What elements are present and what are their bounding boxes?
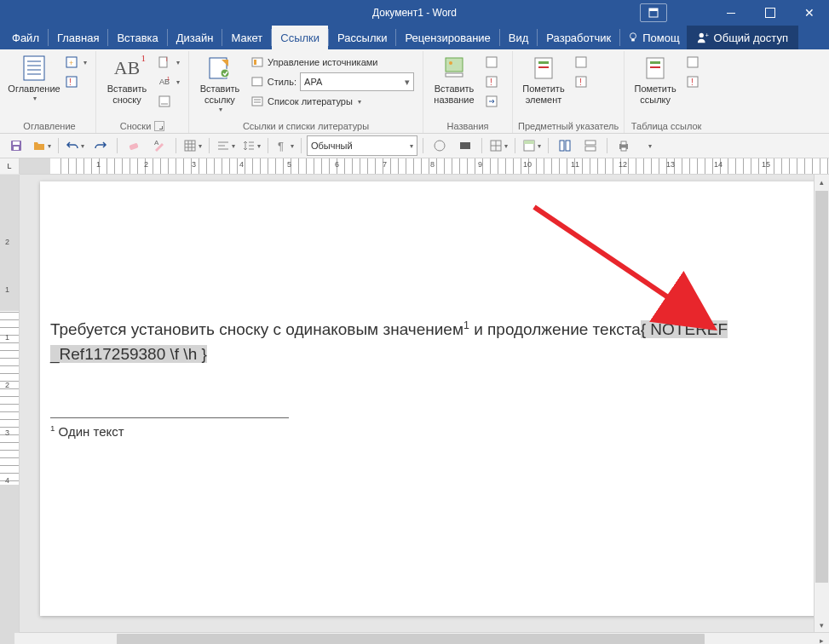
- svg-rect-37: [538, 61, 549, 64]
- ruler-corner[interactable]: L: [0, 158, 20, 174]
- update-index-button[interactable]: !: [571, 72, 591, 91]
- tab-view[interactable]: Вид: [500, 26, 538, 49]
- insert-footnote-button[interactable]: AB1 Вставить сноску: [101, 51, 153, 109]
- rect-icon: [458, 139, 472, 152]
- tab-home[interactable]: Главная: [49, 26, 107, 49]
- title-bar: Документ1 - Word ✕: [0, 0, 829, 26]
- document-workspace: 1 2 1 2 3 4 5 6 7 Требуется установить с…: [0, 175, 829, 632]
- undo-button[interactable]: ▾: [64, 136, 86, 155]
- svg-text:1: 1: [167, 76, 170, 81]
- group-index: Пометить элемент ! Предметный указатель: [513, 51, 625, 133]
- table-button[interactable]: ▾: [181, 136, 204, 155]
- header-button[interactable]: ▾: [521, 136, 543, 155]
- redo-button[interactable]: [89, 136, 112, 155]
- svg-rect-45: [688, 57, 698, 67]
- maximize-button[interactable]: [751, 0, 790, 26]
- customize-qat-button[interactable]: ▾: [638, 136, 660, 155]
- open-button[interactable]: ▾: [31, 136, 53, 155]
- mark-entry-button[interactable]: Пометить элемент: [518, 51, 569, 109]
- person-share-icon: +: [697, 32, 709, 43]
- table-icon: [489, 139, 503, 152]
- quick-access-toolbar: ▾ ▾ A ▾ ▾ ▾ ¶▾ Обычный▾ ▾ ▾ ▾: [0, 134, 829, 158]
- scrollbar-thumb[interactable]: [815, 191, 828, 583]
- insert-caption-button[interactable]: Вставить название: [429, 51, 480, 109]
- insert-tof-button[interactable]: [481, 53, 507, 72]
- save-icon: [9, 139, 23, 152]
- highlight-button[interactable]: A: [148, 136, 170, 155]
- horizontal-scrollbar[interactable]: ◂ ▸: [0, 632, 829, 644]
- svg-rect-71: [524, 141, 534, 144]
- update-toc-button[interactable]: !: [61, 72, 90, 91]
- add-text-icon: +: [65, 55, 78, 69]
- document-body[interactable]: Требуется установить сноску с одинаковым…: [50, 318, 800, 366]
- svg-line-79: [534, 207, 705, 322]
- bibliography-button[interactable]: Список литературы▾: [247, 92, 417, 111]
- style-icon: [250, 75, 264, 89]
- insert-index-button[interactable]: [571, 53, 591, 72]
- minimize-button[interactable]: [711, 0, 751, 26]
- tab-layout[interactable]: Макет: [222, 26, 271, 49]
- insert-toa-button[interactable]: [682, 53, 703, 72]
- horizontal-ruler[interactable]: 123456789101112131415: [20, 158, 829, 175]
- share-button[interactable]: + Общий доступ: [687, 26, 798, 49]
- svg-rect-23: [252, 58, 262, 66]
- group-label: Предметный указатель: [518, 121, 619, 131]
- tell-me-button[interactable]: Помощ: [620, 26, 686, 49]
- mark-citation-icon: [642, 55, 669, 82]
- clear-formatting-button[interactable]: [123, 136, 145, 155]
- footnote-text[interactable]: 1 Один текст: [50, 423, 800, 439]
- document-page[interactable]: Требуется установить сноску с одинаковым…: [40, 181, 814, 616]
- update-toa-button[interactable]: !: [682, 72, 703, 91]
- vertical-scrollbar[interactable]: ▴ ▾: [814, 175, 829, 632]
- ribbon-tabs: Файл Главная Вставка Дизайн Макет Ссылки…: [0, 26, 829, 49]
- mark-citation-button[interactable]: Пометить ссылку: [630, 51, 681, 109]
- tab-review[interactable]: Рецензирование: [396, 26, 498, 49]
- insert-citation-button[interactable]: Вставить ссылку▾: [194, 51, 245, 118]
- ribbon-display-options[interactable]: [640, 3, 667, 22]
- svg-rect-43: [650, 61, 660, 64]
- show-notes-button[interactable]: [154, 92, 183, 111]
- group-label: Ссылки и списки литературы: [243, 121, 369, 131]
- vertical-ruler[interactable]: 1 2 1 2 3 4 5 6 7: [0, 175, 20, 632]
- caption-icon: [440, 55, 468, 82]
- page-break-button[interactable]: [579, 136, 602, 155]
- save-button[interactable]: [5, 136, 27, 155]
- scroll-up-button[interactable]: ▴: [815, 175, 829, 189]
- shape-circle-button[interactable]: [429, 136, 451, 155]
- insert-endnote-button[interactable]: i▾: [154, 53, 183, 72]
- table2-button[interactable]: ▾: [487, 136, 509, 155]
- shape-rect-button[interactable]: [454, 136, 476, 155]
- next-footnote-button[interactable]: AB1▾: [154, 72, 183, 91]
- update-tof-button[interactable]: !: [481, 72, 507, 91]
- tab-insert[interactable]: Вставка: [108, 26, 166, 49]
- style-selector[interactable]: Обычный▾: [307, 135, 417, 156]
- print-button[interactable]: [613, 136, 635, 155]
- toc-button[interactable]: Оглавление▾: [9, 51, 60, 106]
- columns-button[interactable]: [554, 136, 576, 155]
- citation-style-dropdown[interactable]: APA: [300, 72, 414, 91]
- tab-developer[interactable]: Разработчик: [538, 26, 619, 49]
- manage-sources-button[interactable]: Управление источниками: [247, 53, 417, 72]
- svg-rect-31: [446, 73, 463, 77]
- align-button[interactable]: ▾: [215, 136, 237, 155]
- cross-reference-button[interactable]: [481, 92, 507, 111]
- redo-icon: [94, 139, 107, 152]
- scroll-down-button[interactable]: ▾: [815, 618, 829, 632]
- tab-mailings[interactable]: Рассылки: [329, 26, 395, 49]
- tab-design[interactable]: Дизайн: [168, 26, 222, 49]
- update-icon: !: [65, 75, 78, 89]
- scrollbar-thumb[interactable]: [117, 634, 705, 644]
- tab-references[interactable]: Ссылки: [272, 26, 328, 49]
- add-text-button[interactable]: +▾: [61, 53, 90, 72]
- pilcrow-button[interactable]: ¶▾: [273, 136, 296, 155]
- toc-icon: [20, 55, 48, 82]
- group-toc: Оглавление▾ +▾ ! Оглавление: [3, 51, 96, 133]
- tab-file[interactable]: Файл: [3, 26, 48, 49]
- svg-text:!: !: [691, 78, 694, 87]
- footnote-reference: 1: [463, 319, 469, 331]
- close-button[interactable]: ✕: [790, 0, 829, 26]
- dialog-launcher-icon[interactable]: [154, 121, 164, 131]
- window-title: Документ1 - Word: [372, 7, 457, 19]
- scroll-right-button[interactable]: ▸: [815, 633, 829, 644]
- spacing-button[interactable]: ▾: [240, 136, 262, 155]
